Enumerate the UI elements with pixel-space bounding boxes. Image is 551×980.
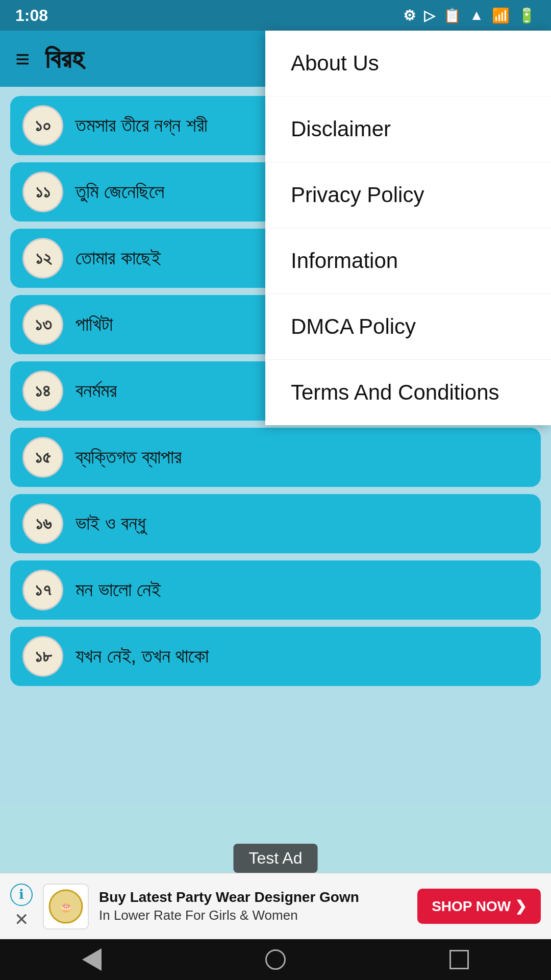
dropdown-item-terms-conditions[interactable]: Terms And Conditions	[265, 360, 551, 425]
app-title: বিরহ	[45, 43, 84, 75]
list-item-label: তুমি জেনেছিলে	[76, 181, 164, 203]
hamburger-menu-button[interactable]: ≡	[15, 45, 30, 73]
gear-icon: ⚙	[403, 7, 416, 24]
dropdown-item-privacy-policy[interactable]: Privacy Policy	[265, 162, 551, 228]
list-item-label: তোমার কাছেই	[76, 247, 161, 270]
ad-title: Buy Latest Party Wear Designer Gown	[99, 889, 407, 905]
clipboard-icon: 📋	[443, 7, 461, 24]
svg-text:🎂: 🎂	[60, 900, 72, 913]
list-item-badge: ১২	[22, 238, 63, 279]
list-item-badge: ১১	[22, 172, 63, 212]
list-item[interactable]: ১৫ ব্যক্তিগত ব্যাপার	[10, 428, 541, 487]
battery-icon: 🔋	[518, 7, 536, 24]
list-item[interactable]: ১৭ মন ভালো নেই	[10, 560, 541, 620]
wifi-icon: ▲	[469, 7, 484, 23]
list-item-badge: ১৭	[22, 570, 63, 610]
list-item-label: তমসার তীরে নগ্ন শরী	[76, 114, 208, 137]
dropdown-item-dmca-policy[interactable]: DMCA Policy	[265, 294, 551, 360]
list-item-badge: ১৩	[22, 304, 63, 345]
list-item[interactable]: ১৮ যখন নেই, তখন থাকো	[10, 627, 541, 686]
test-ad-label: Test Ad	[234, 844, 318, 873]
list-item-label: বনর্মমর	[76, 380, 117, 402]
ad-logo: 🎂	[43, 884, 89, 929]
ad-subtitle: In Lower Rate For Girls & Women	[99, 908, 407, 923]
play-protect-icon: ▷	[424, 7, 435, 24]
dropdown-menu: About Us Disclaimer Privacy Policy Infor…	[265, 31, 551, 425]
status-time: 1:08	[15, 6, 48, 25]
recents-button[interactable]	[449, 950, 469, 969]
list-item-badge: ১৮	[22, 636, 63, 677]
list-item-badge: ১৬	[22, 503, 63, 544]
list-item-badge: ১৫	[22, 437, 63, 478]
ad-text: Buy Latest Party Wear Designer Gown In L…	[99, 889, 407, 923]
list-item-label: যখন নেই, তখন থাকো	[76, 645, 209, 668]
ad-banner: ℹ ✕ 🎂 Buy Latest Party Wear Designer Gow…	[0, 873, 551, 939]
list-item-label: ভাই ও বন্ধু	[76, 512, 145, 535]
signal-icon: 📶	[492, 7, 510, 24]
dropdown-item-disclaimer[interactable]: Disclaimer	[265, 96, 551, 162]
list-item-badge: ১০	[22, 105, 63, 146]
shop-now-button[interactable]: SHOP NOW ❯	[417, 889, 541, 924]
list-item-label: মন ভালো নেই	[76, 579, 161, 601]
status-bar: 1:08 ⚙ ▷ 📋 ▲ 📶 🔋	[0, 0, 551, 31]
dropdown-item-about-us[interactable]: About Us	[265, 31, 551, 96]
navigation-bar	[0, 939, 551, 980]
list-item-label: ব্যক্তিগত ব্যাপার	[76, 446, 182, 469]
back-button[interactable]	[82, 948, 102, 971]
list-item-badge: ১৪	[22, 371, 63, 411]
list-item-label: পাখিটা	[76, 313, 113, 336]
home-button[interactable]	[265, 949, 286, 970]
status-icons: ⚙ ▷ 📋 ▲ 📶 🔋	[403, 7, 536, 24]
dropdown-item-information[interactable]: Information	[265, 228, 551, 294]
ad-close-icon[interactable]: ✕	[14, 909, 29, 929]
ad-info-icon[interactable]: ℹ	[10, 884, 33, 906]
list-item[interactable]: ১৬ ভাই ও বন্ধু	[10, 494, 541, 553]
